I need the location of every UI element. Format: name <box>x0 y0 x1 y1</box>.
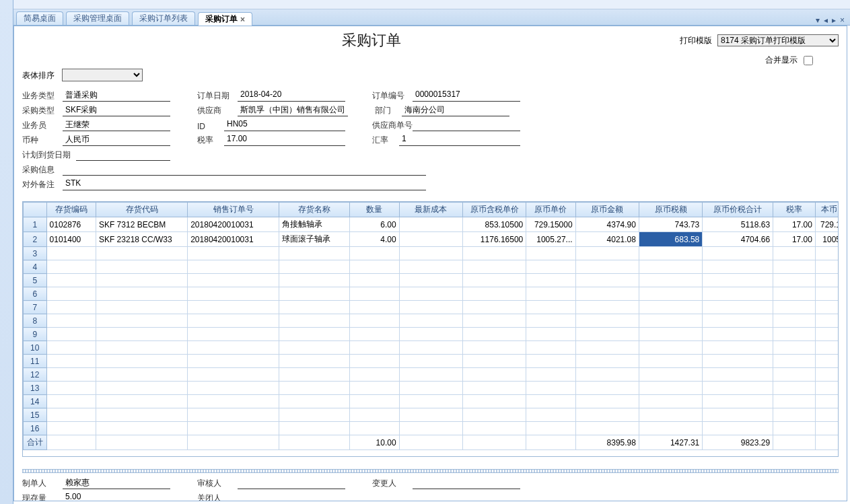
grid-col-header[interactable]: 最新成本 <box>399 203 462 217</box>
table-row[interactable]: 9 <box>24 328 839 341</box>
table-row[interactable]: 13 <box>24 382 839 395</box>
plan-arrival-field[interactable] <box>76 149 170 161</box>
grid-col-header[interactable]: 本币 <box>815 203 839 217</box>
table-row[interactable]: 11 <box>24 355 839 368</box>
merge-label: 合并显示 <box>765 55 798 65</box>
table-row[interactable]: 10102876SKF 7312 BECBM20180420010031角接触轴… <box>24 217 839 232</box>
stock-field: 5.00 <box>63 492 170 501</box>
grid-col-header[interactable]: 存货名称 <box>279 203 350 217</box>
table-row[interactable]: 8 <box>24 314 839 328</box>
left-strip <box>0 0 13 504</box>
grid-col-header[interactable]: 存货代码 <box>96 203 187 217</box>
id-field[interactable]: HN05 <box>224 119 345 131</box>
page-title: 采购订单 <box>63 30 680 50</box>
sort-select[interactable] <box>62 69 143 81</box>
table-row[interactable]: 20101400SKF 23218 CC/W3320180420010031球面… <box>24 232 839 247</box>
table-row[interactable]: 12 <box>24 368 839 382</box>
grid-col-header[interactable]: 销售订单号 <box>188 203 279 217</box>
table-row[interactable]: 3 <box>24 247 839 260</box>
order-date-field[interactable]: 2018-04-20 <box>238 89 345 102</box>
tab-prev-icon[interactable]: ◂ <box>824 15 828 25</box>
sort-label: 表体排序 <box>22 71 55 80</box>
table-row[interactable]: 15 <box>24 408 839 422</box>
maker-field: 赖家惠 <box>63 477 170 489</box>
grid[interactable]: 存货编码存货代码销售订单号存货名称数量最新成本原币含税单价原币单价原币金额原币税… <box>22 201 839 457</box>
supplier-order-no-field[interactable] <box>413 119 520 131</box>
changer-field <box>413 477 520 489</box>
auditor-field <box>238 477 345 489</box>
form-area: 业务类型普通采购 订单日期2018-04-20 订单编号0000015317 采… <box>14 87 847 197</box>
purchase-type-field[interactable]: SKF采购 <box>63 104 170 116</box>
tab-strip: 简易桌面 采购管理桌面 采购订单列表 采购订单 × ▾ ◂ ▸ × <box>13 9 850 26</box>
workarea: 采购订单 打印模版 8174 采购订单打印模版 合并显示 表体排序 业务类型普通… <box>13 26 847 501</box>
table-row[interactable]: 14 <box>24 395 839 408</box>
print-template-select[interactable]: 8174 采购订单打印模版 <box>717 34 839 46</box>
print-template-label: 打印模版 <box>680 35 712 46</box>
grid-col-header[interactable]: 原币金额 <box>575 203 639 217</box>
salesman-field[interactable]: 王继荣 <box>63 119 170 131</box>
tab-simple-desktop[interactable]: 简易桌面 <box>16 11 63 25</box>
tab-menu-icon[interactable]: ▾ <box>816 15 820 25</box>
supplier-field[interactable]: 斯凯孚（中国）销售有限公司 <box>238 104 348 116</box>
tab-close-all-icon[interactable]: × <box>840 15 845 25</box>
footer: 制单人赖家惠 审核人 变更人 现存量5.00 关闭人 <box>14 473 847 501</box>
grid-col-header[interactable]: 税率 <box>773 203 816 217</box>
tab-po-detail[interactable]: 采购订单 × <box>198 12 252 26</box>
grid-col-header[interactable]: 数量 <box>350 203 399 217</box>
grid-col-header[interactable]: 原币单价 <box>526 203 575 217</box>
remark-field[interactable]: STK <box>63 178 426 190</box>
tab-next-icon[interactable]: ▸ <box>832 15 836 25</box>
grid-hscrollbar[interactable] <box>22 458 839 469</box>
grid-col-header[interactable]: 原币税额 <box>639 203 702 217</box>
table-row[interactable]: 16 <box>24 422 839 435</box>
close-icon[interactable]: × <box>240 15 245 24</box>
table-row[interactable]: 4 <box>24 260 839 274</box>
purchase-info-field[interactable] <box>63 164 426 176</box>
exchange-rate-field[interactable]: 1 <box>399 134 520 146</box>
tax-rate-field[interactable]: 17.00 <box>224 134 345 146</box>
merge-checkbox[interactable] <box>804 56 813 65</box>
tab-purchase-desktop[interactable]: 采购管理桌面 <box>66 11 129 25</box>
table-row[interactable]: 6 <box>24 287 839 301</box>
table-row[interactable]: 10 <box>24 341 839 355</box>
order-no-field[interactable]: 0000015317 <box>413 89 520 102</box>
table-row[interactable]: 5 <box>24 274 839 287</box>
table-sum-row: 合计10.008395.981427.319823.29 <box>24 435 839 450</box>
tab-po-list[interactable]: 采购订单列表 <box>132 11 195 25</box>
grid-col-header[interactable]: 原币含税单价 <box>462 203 526 217</box>
grid-col-header[interactable] <box>24 203 47 217</box>
grid-col-header[interactable]: 存货编码 <box>46 203 96 217</box>
tab-nav-right: ▾ ◂ ▸ × <box>816 15 850 25</box>
currency-field[interactable]: 人民币 <box>63 134 170 146</box>
biz-type-field[interactable]: 普通采购 <box>63 89 170 102</box>
grid-col-header[interactable]: 原币价税合计 <box>703 203 773 217</box>
closer-field <box>238 492 345 501</box>
dept-field[interactable]: 海南分公司 <box>402 104 509 116</box>
ribbon-placeholder <box>13 0 850 9</box>
table-row[interactable]: 7 <box>24 301 839 314</box>
